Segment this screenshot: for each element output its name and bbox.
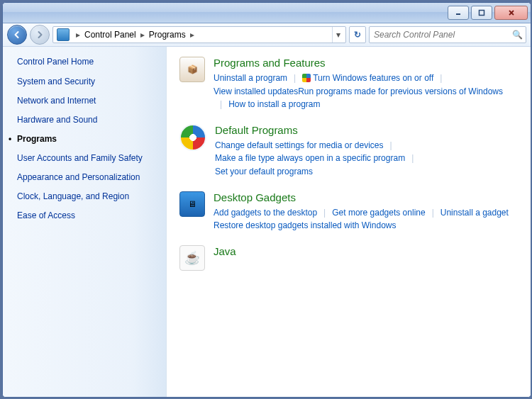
control-panel-window: ▸ Control Panel ▸ Programs ▸ ▾ ↻ 🔍 Contr… xyxy=(2,2,531,398)
close-button[interactable] xyxy=(494,6,528,20)
default-programs-icon xyxy=(179,124,206,151)
sidebar: Control Panel Home System and Security N… xyxy=(3,47,167,397)
desktop-gadgets-icon: 🖥 xyxy=(179,191,205,217)
breadcrumb-seg-2[interactable]: Programs xyxy=(149,30,186,40)
breadcrumb[interactable]: ▸ Control Panel ▸ Programs ▸ ▾ xyxy=(52,26,346,43)
sidebar-item-hardware[interactable]: Hardware and Sound xyxy=(17,115,159,125)
link-uninstall-gadget[interactable]: Uninstall a gadget xyxy=(440,206,509,220)
section-title[interactable]: Programs and Features xyxy=(214,57,518,69)
link-how-to-install[interactable]: How to install a program xyxy=(228,98,320,111)
chevron-right-icon[interactable]: ▸ xyxy=(73,30,83,40)
navigation-bar: ▸ Control Panel ▸ Programs ▸ ▾ ↻ 🔍 xyxy=(3,23,531,47)
chevron-right-icon[interactable]: ▸ xyxy=(138,30,148,40)
section-links: Uninstall a program| Turn Windows featur… xyxy=(214,72,518,111)
maximize-button[interactable] xyxy=(471,6,492,20)
link-file-type-assoc[interactable]: Make a file type always open in a specif… xyxy=(215,152,405,165)
search-icon[interactable]: 🔍 xyxy=(512,30,523,40)
sidebar-item-ease-of-access[interactable]: Ease of Access xyxy=(17,210,159,221)
chevron-right-icon[interactable]: ▸ xyxy=(187,30,197,40)
control-panel-home-link[interactable]: Control Panel Home xyxy=(17,57,159,67)
sidebar-item-system-security[interactable]: System and Security xyxy=(17,77,159,87)
section-title[interactable]: Java xyxy=(214,245,236,257)
link-restore-gadgets[interactable]: Restore desktop gadgets installed with W… xyxy=(214,219,396,232)
link-windows-features[interactable]: Turn Windows features on or off xyxy=(302,72,433,85)
search-box[interactable]: 🔍 xyxy=(369,26,526,43)
link-compatibility[interactable]: Run programs made for previous versions … xyxy=(298,85,503,99)
section-programs-features: 📦 Programs and Features Uninstall a prog… xyxy=(179,57,518,111)
link-installed-updates[interactable]: View installed updates xyxy=(214,85,298,99)
main-content: 📦 Programs and Features Uninstall a prog… xyxy=(167,47,531,397)
breadcrumb-dropdown[interactable]: ▾ xyxy=(332,27,344,43)
body: Control Panel Home System and Security N… xyxy=(3,47,531,397)
svg-rect-1 xyxy=(480,11,484,16)
link-media-defaults[interactable]: Change default settings for media or dev… xyxy=(215,139,383,152)
sidebar-item-clock-language[interactable]: Clock, Language, and Region xyxy=(17,191,159,202)
section-default-programs: Default Programs Change default settings… xyxy=(179,124,518,179)
minimize-button[interactable] xyxy=(448,6,469,20)
section-title[interactable]: Default Programs xyxy=(215,124,518,136)
breadcrumb-seg-1[interactable]: Control Panel xyxy=(84,30,136,40)
section-java: ☕ Java xyxy=(179,245,518,271)
shield-icon xyxy=(302,74,311,82)
section-links: Change default settings for media or dev… xyxy=(215,139,518,179)
refresh-button[interactable]: ↻ xyxy=(349,26,366,43)
link-windows-features-label: Turn Windows features on or off xyxy=(313,73,433,83)
section-desktop-gadgets: 🖥 Desktop Gadgets Add gadgets to the des… xyxy=(179,191,518,232)
titlebar xyxy=(3,3,531,23)
link-add-gadgets[interactable]: Add gadgets to the desktop xyxy=(214,206,317,220)
link-set-defaults[interactable]: Set your default programs xyxy=(215,165,313,179)
sidebar-item-programs[interactable]: Programs xyxy=(17,134,159,145)
control-panel-icon xyxy=(57,28,70,41)
section-links: Add gadgets to the desktop| Get more gad… xyxy=(214,206,518,232)
back-button[interactable] xyxy=(7,25,27,45)
section-title[interactable]: Desktop Gadgets xyxy=(214,191,518,203)
sidebar-item-user-accounts[interactable]: User Accounts and Family Safety xyxy=(17,153,159,164)
link-uninstall-program[interactable]: Uninstall a program xyxy=(214,72,287,85)
link-more-gadgets[interactable]: Get more gadgets online xyxy=(332,206,425,220)
programs-features-icon: 📦 xyxy=(179,57,205,82)
sidebar-item-appearance[interactable]: Appearance and Personalization xyxy=(17,172,159,183)
sidebar-item-network[interactable]: Network and Internet xyxy=(17,96,159,106)
forward-button[interactable] xyxy=(30,25,50,45)
search-input[interactable] xyxy=(372,29,512,40)
java-icon: ☕ xyxy=(179,245,205,271)
